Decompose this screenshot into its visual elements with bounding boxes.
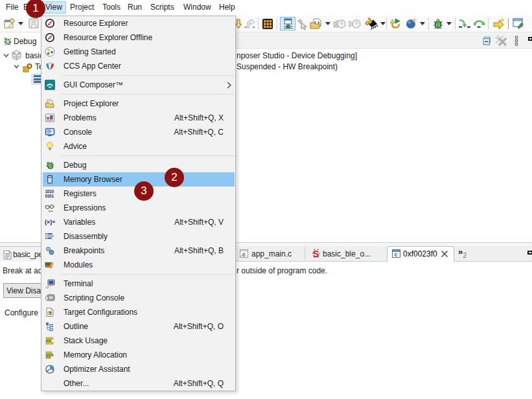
svg-text:×=: ×= (49, 209, 54, 213)
svg-text:.c: .c (241, 251, 246, 258)
svg-text:c: c (394, 251, 397, 258)
svg-text:0101: 0101 (45, 194, 54, 198)
svg-text:(×)=: (×)= (45, 219, 55, 225)
svg-text:1010: 1010 (45, 189, 54, 194)
